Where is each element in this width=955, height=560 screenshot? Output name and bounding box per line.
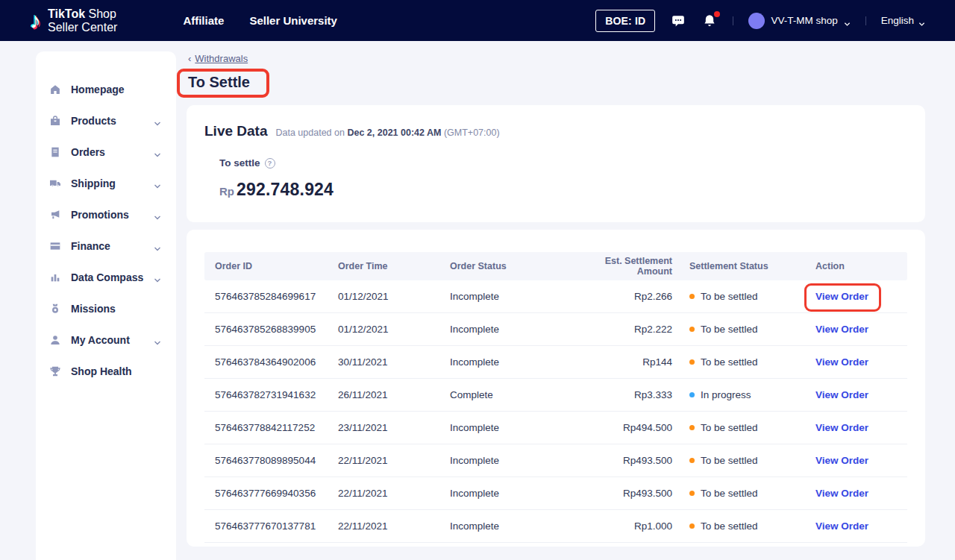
view-order-link[interactable]: View Order [815, 324, 868, 335]
topbar-divider [733, 16, 733, 25]
chevron-down-icon [154, 242, 161, 250]
back-arrow-icon: ‹ [188, 53, 191, 64]
view-order-link[interactable]: View Order [815, 291, 868, 302]
order-time: 22/11/2021 [338, 455, 450, 466]
sidebar-item-data-compass[interactable]: Data Compass [36, 262, 176, 293]
view-order-link[interactable]: View Order [815, 389, 868, 400]
document-icon [49, 146, 61, 158]
nav-affiliate[interactable]: Affiliate [183, 14, 224, 27]
order-status: Complete [450, 389, 569, 400]
boe-environment-badge[interactable]: BOE: ID [595, 10, 655, 32]
status-dot-icon [689, 294, 695, 299]
order-status: Incomplete [450, 520, 569, 532]
sidebar-item-shop-health[interactable]: Shop Health [36, 356, 176, 387]
shop-account-menu[interactable]: VV-T-MM shop [748, 13, 850, 29]
to-settle-amount: 292.748.924 [237, 180, 334, 200]
col-est-settlement-amount: Est. Settlement Amount [569, 256, 672, 277]
order-id: 576463782731941632 [215, 389, 338, 400]
shop-name: VV-T-MM shop [771, 15, 837, 26]
table-row: 576463785284699617 01/12/2021 Incomplete… [204, 280, 907, 313]
settlement-amount: Rp2.266 [569, 291, 672, 302]
status-dot-icon [689, 359, 695, 365]
order-id: 576463785268839905 [215, 324, 338, 335]
chevron-down-icon [154, 211, 161, 218]
to-settle-label: To settle [219, 157, 260, 169]
sidebar-item-promotions[interactable]: Promotions [36, 199, 176, 230]
settlement-amount: Rp1.000 [569, 520, 672, 532]
table-row: 576463777670137781 22/11/2021 Incomplete… [204, 510, 907, 543]
order-time: 01/12/2021 [338, 324, 450, 335]
help-icon[interactable]: ? [265, 158, 275, 169]
page-title: To Settle [177, 69, 269, 98]
breadcrumb-withdrawals[interactable]: ‹ Withdrawals [188, 53, 248, 64]
chevron-down-icon [844, 17, 851, 24]
table-row: 576463785268839905 01/12/2021 Incomplete… [204, 313, 907, 346]
sidebar-item-finance[interactable]: Finance [36, 230, 176, 262]
language-menu[interactable]: English [881, 15, 925, 26]
order-id: 576463784364902006 [215, 356, 338, 368]
truck-icon [49, 177, 61, 189]
sidebar-item-products[interactable]: Products [36, 105, 176, 136]
view-order-link[interactable]: View Order [815, 520, 868, 532]
live-data-card: Live Data Data updated on Dec 2, 2021 00… [187, 105, 925, 222]
order-status: Incomplete [450, 455, 569, 466]
order-status: Incomplete [450, 356, 569, 368]
person-icon [49, 334, 61, 346]
view-order-link[interactable]: View Order [815, 356, 868, 368]
chevron-down-icon [154, 336, 161, 344]
settlement-amount: Rp493.500 [569, 488, 672, 499]
message-icon[interactable] [670, 13, 686, 29]
settlement-amount: Rp2.222 [569, 324, 672, 335]
currency-label: Rp [219, 185, 234, 198]
bar-chart-icon [49, 271, 61, 283]
settlement-status: To be settled [672, 422, 815, 433]
settlement-status: To be settled [672, 324, 815, 335]
status-dot-icon [689, 425, 695, 430]
status-dot-icon [689, 392, 695, 397]
settlement-amount: Rp144 [569, 356, 672, 368]
settlement-status: In progress [672, 389, 815, 400]
settlement-status: To be settled [672, 520, 815, 532]
sidebar: Homepage Products Orders Shipping Promot… [36, 51, 176, 560]
settlement-status: To be settled [672, 455, 815, 466]
sidebar-item-my-account[interactable]: My Account [36, 324, 176, 356]
order-status: Incomplete [450, 422, 569, 433]
settlement-status: To be settled [672, 356, 815, 368]
bag-icon [49, 115, 61, 127]
credit-card-icon [49, 240, 61, 252]
order-status: Incomplete [450, 488, 569, 499]
home-icon [49, 84, 61, 95]
trophy-icon [49, 365, 61, 377]
sidebar-item-shipping[interactable]: Shipping [36, 168, 176, 199]
shop-avatar [748, 13, 765, 29]
sidebar-item-homepage[interactable]: Homepage [36, 74, 176, 105]
col-order-time: Order Time [338, 261, 450, 271]
table-header-row: Order ID Order Time Order Status Est. Se… [204, 252, 907, 280]
table-row: 576463782731941632 26/11/2021 Complete R… [204, 379, 907, 412]
chevron-down-icon [918, 17, 925, 24]
megaphone-icon [49, 209, 61, 221]
col-settlement-status: Settlement Status [672, 261, 815, 271]
order-id: 576463778842117252 [215, 422, 338, 433]
tiktok-shop-logo[interactable]: ♪ TikTok Shop Seller Center [30, 7, 117, 34]
settlement-status: To be settled [672, 488, 815, 499]
order-time: 22/11/2021 [338, 520, 450, 532]
sidebar-item-orders[interactable]: Orders [36, 136, 176, 168]
sidebar-item-missions[interactable]: Missions [36, 293, 176, 324]
notification-red-dot [714, 11, 720, 17]
settlement-amount: Rp494.500 [569, 422, 672, 433]
bell-icon[interactable] [701, 13, 718, 29]
col-order-id: Order ID [215, 261, 338, 271]
view-order-link[interactable]: View Order [815, 422, 868, 433]
order-time: 22/11/2021 [338, 488, 450, 499]
view-order-link[interactable]: View Order [815, 488, 868, 499]
logo-text: TikTok Shop Seller Center [48, 7, 117, 34]
chevron-down-icon [154, 180, 161, 187]
order-id: 576463777670137781 [215, 520, 338, 532]
settlement-status: To be settled [672, 291, 815, 302]
tiktok-note-icon: ♪ [30, 10, 41, 32]
nav-seller-university[interactable]: Seller University [249, 14, 337, 27]
order-status: Incomplete [450, 291, 569, 302]
table-row: 576463778089895044 22/11/2021 Incomplete… [204, 444, 907, 477]
view-order-link[interactable]: View Order [815, 455, 868, 466]
